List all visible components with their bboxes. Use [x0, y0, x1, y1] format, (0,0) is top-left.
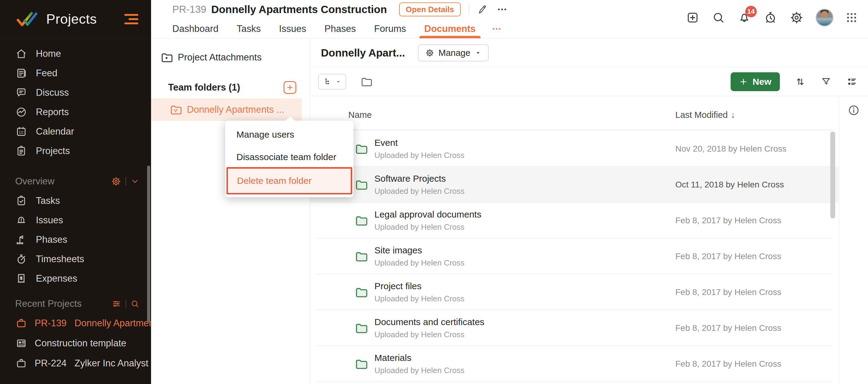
column-header-name[interactable]: Name — [348, 110, 372, 120]
last-modified-label: Last Modified — [675, 110, 728, 120]
sidebar-section-overview: Overview — [0, 172, 151, 191]
uploaded-by: Uploaded by Helen Cross — [374, 294, 464, 303]
new-button[interactable]: New — [731, 72, 780, 91]
menu-item-delete-team-folder[interactable]: Delete team folder — [226, 167, 352, 194]
user-avatar[interactable] — [816, 9, 833, 26]
tab-documents[interactable]: Documents — [424, 20, 476, 38]
table-row[interactable]: Project filesUploaded by Helen Cross Feb… — [310, 274, 839, 310]
sidebar-item-timesheets[interactable]: Timesheets — [0, 249, 151, 269]
sidebar-recent-project-template[interactable]: Construction template — [0, 333, 151, 353]
info-icon[interactable] — [847, 104, 860, 117]
plus-icon — [739, 77, 748, 86]
folder-icon — [354, 321, 368, 335]
sidebar-item-feed[interactable]: Feed — [0, 63, 151, 83]
table-row[interactable]: Software ProjectsUploaded by Helen Cross… — [310, 167, 839, 203]
table-row[interactable]: Site imagesUploaded by Helen Cross Feb 8… — [310, 238, 839, 274]
view-mode-dropdown[interactable] — [318, 74, 346, 90]
calendar-icon — [15, 125, 27, 138]
hamburger-menu-icon[interactable] — [124, 14, 138, 24]
sidebar-item-label: Phases — [36, 234, 67, 245]
list-view-icon[interactable] — [846, 76, 858, 88]
sidebar-item-label: Projects — [36, 146, 70, 156]
table-row[interactable]: MaterialsUploaded by Helen Cross Feb 8, … — [310, 346, 839, 382]
manage-button[interactable]: Manage — [418, 44, 489, 61]
table-row[interactable]: Documents and certificatesUploaded by He… — [310, 310, 839, 346]
sidebar-item-projects[interactable]: Projects — [0, 141, 151, 161]
sidebar-item-home[interactable]: Home — [0, 44, 151, 63]
tree-view-icon — [323, 77, 333, 86]
recent-search-icon[interactable] — [130, 299, 140, 308]
sidebar-logo-row: Projects — [0, 0, 151, 39]
sidebar-item-discuss[interactable]: Discuss — [0, 83, 151, 102]
sidebar-item-tasks[interactable]: Tasks — [0, 191, 151, 211]
tab-issues[interactable]: Issues — [279, 20, 306, 38]
milestone-flag-icon — [15, 234, 27, 246]
table-scrollbar[interactable] — [830, 132, 835, 218]
column-header-last-modified[interactable]: Last Modified ↓ — [675, 110, 735, 120]
overview-chevron-down-icon[interactable] — [130, 177, 140, 186]
apps-grid-icon[interactable] — [845, 11, 858, 24]
stopwatch-icon — [15, 253, 27, 265]
overview-settings-gear-icon[interactable] — [111, 176, 121, 187]
uploaded-by: Uploaded by Helen Cross — [374, 187, 464, 196]
add-new-icon[interactable] — [686, 11, 700, 25]
project-code: PR-139 — [35, 318, 67, 329]
uploaded-by: Uploaded by Helen Cross — [374, 330, 485, 339]
gear-icon — [425, 48, 434, 57]
app-window: Projects Home Feed Discuss Reports Calen… — [0, 0, 868, 384]
project-code: PR-139 — [172, 4, 206, 15]
folder-header: Donnelly Apart... Manage — [310, 39, 868, 67]
clipboard-check-icon — [15, 195, 27, 207]
tab-tasks[interactable]: Tasks — [237, 20, 261, 38]
notifications-bell-icon[interactable]: 14 — [737, 10, 751, 25]
open-details-button[interactable]: Open Details — [399, 2, 461, 17]
table-row[interactable]: EventUploaded by Helen Cross Nov 20, 201… — [310, 131, 839, 167]
edit-icon[interactable] — [477, 4, 489, 15]
top-header: PR-139 Donnelly Apartments Construction … — [151, 0, 868, 39]
folder-name: Legal approval documents — [374, 209, 482, 220]
more-options-icon[interactable] — [497, 4, 507, 15]
table-header-divider — [316, 130, 833, 130]
sidebar-item-calendar[interactable]: Calendar — [0, 122, 151, 141]
documents-content: Donnelly Apart... Manage New — [310, 39, 868, 384]
menu-item-manage-users[interactable]: Manage users — [225, 124, 353, 146]
team-folder-item-selected[interactable]: Donnelly Apartments ... — [151, 98, 302, 121]
tab-phases[interactable]: Phases — [324, 20, 356, 38]
sidebar-item-reports[interactable]: Reports — [0, 102, 151, 122]
project-title-row: PR-139 Donnelly Apartments Construction … — [172, 2, 507, 17]
tabs-overflow-icon[interactable] — [491, 24, 502, 34]
uploaded-by: Uploaded by Helen Cross — [374, 366, 464, 375]
table-row[interactable]: Legal approval documentsUploaded by Hele… — [310, 203, 839, 238]
tab-dashboard[interactable]: Dashboard — [172, 20, 219, 38]
settings-gear-icon[interactable] — [789, 11, 804, 25]
folder-name: Site images — [374, 245, 464, 255]
briefcase-icon — [15, 357, 27, 370]
home-icon — [15, 48, 27, 60]
sidebar-scrollbar[interactable] — [147, 166, 150, 322]
last-modified-value: Feb 8, 2017 by Helen Cross — [675, 252, 781, 261]
filter-funnel-icon[interactable] — [820, 76, 832, 87]
sidebar-item-phases[interactable]: Phases — [0, 230, 151, 249]
table-rows: EventUploaded by Helen Cross Nov 20, 201… — [310, 131, 839, 382]
sort-icon[interactable] — [795, 76, 806, 88]
folder-name: Documents and certificates — [374, 317, 485, 327]
recent-filter-sliders-icon[interactable] — [112, 299, 121, 309]
timer-clock-icon[interactable] — [764, 11, 777, 25]
menu-item-disassociate-team-folder[interactable]: Disassociate team folder — [225, 146, 353, 168]
search-icon[interactable] — [712, 11, 725, 24]
folder-title: Donnelly Apart... — [321, 47, 405, 59]
last-modified-value: Nov 20, 2018 by Helen Cross — [675, 144, 786, 154]
caret-down-icon — [475, 50, 482, 56]
sidebar-recent-project-pr224[interactable]: PR-224 Zylker Inc Analyst E — [0, 353, 151, 373]
folder-name: Project files — [374, 281, 464, 291]
new-folder-button[interactable] — [360, 76, 372, 88]
project-attachments-item[interactable]: Project Attachments — [151, 50, 310, 65]
tab-forums[interactable]: Forums — [374, 20, 406, 38]
sidebar-item-expenses[interactable]: Expenses — [0, 269, 151, 288]
sidebar-recent-project-pr139[interactable]: PR-139 Donnelly Apartmen — [0, 313, 151, 333]
last-modified-value: Feb 8, 2017 by Helen Cross — [675, 359, 781, 369]
documents-toolbar: New — [310, 67, 868, 96]
sidebar-item-issues[interactable]: Issues — [0, 211, 151, 230]
add-team-folder-button[interactable] — [284, 81, 296, 94]
project-tabs: Dashboard Tasks Issues Phases Forums Doc… — [172, 20, 502, 38]
